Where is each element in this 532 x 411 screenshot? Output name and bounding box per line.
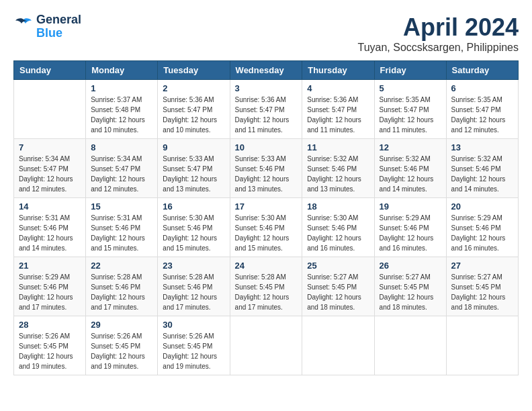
day-info: Sunrise: 5:36 AM Sunset: 5:47 PM Dayligh… <box>163 95 224 135</box>
day-info: Sunrise: 5:26 AM Sunset: 5:45 PM Dayligh… <box>19 331 81 371</box>
day-number: 13 <box>451 142 513 152</box>
calendar-cell: 8Sunrise: 5:34 AM Sunset: 5:47 PM Daylig… <box>86 139 158 198</box>
calendar-cell: 21Sunrise: 5:29 AM Sunset: 5:46 PM Dayli… <box>14 257 86 316</box>
day-info: Sunrise: 5:31 AM Sunset: 5:46 PM Dayligh… <box>91 213 152 253</box>
logo-line1: General <box>36 13 81 27</box>
calendar-week-row: 7Sunrise: 5:34 AM Sunset: 5:47 PM Daylig… <box>14 139 519 198</box>
day-number: 16 <box>163 201 224 212</box>
day-number: 3 <box>235 83 298 93</box>
day-info: Sunrise: 5:32 AM Sunset: 5:46 PM Dayligh… <box>307 154 369 194</box>
calendar-cell: 25Sunrise: 5:27 AM Sunset: 5:45 PM Dayli… <box>302 257 374 316</box>
weekday-header-cell: Saturday <box>446 61 518 80</box>
calendar-cell <box>14 80 86 139</box>
calendar-cell: 20Sunrise: 5:29 AM Sunset: 5:46 PM Dayli… <box>446 198 518 257</box>
calendar-cell: 6Sunrise: 5:35 AM Sunset: 5:47 PM Daylig… <box>446 80 518 139</box>
weekday-header-cell: Sunday <box>14 61 86 80</box>
calendar-cell: 4Sunrise: 5:36 AM Sunset: 5:47 PM Daylig… <box>302 80 374 139</box>
calendar-week-row: 1Sunrise: 5:37 AM Sunset: 5:48 PM Daylig… <box>14 80 519 139</box>
calendar-cell: 16Sunrise: 5:30 AM Sunset: 5:46 PM Dayli… <box>158 198 230 257</box>
day-number: 27 <box>451 261 513 271</box>
day-info: Sunrise: 5:35 AM Sunset: 5:47 PM Dayligh… <box>380 95 441 135</box>
title-section: April 2024 Tuyan, Soccsksargen, Philippi… <box>357 13 519 54</box>
calendar-week-row: 28Sunrise: 5:26 AM Sunset: 5:45 PM Dayli… <box>14 316 519 375</box>
day-number: 7 <box>19 142 81 152</box>
day-number: 24 <box>235 261 298 271</box>
calendar-cell <box>446 316 518 375</box>
day-info: Sunrise: 5:36 AM Sunset: 5:47 PM Dayligh… <box>307 95 369 135</box>
day-info: Sunrise: 5:26 AM Sunset: 5:45 PM Dayligh… <box>163 331 224 371</box>
day-number: 12 <box>380 142 441 152</box>
logo-line2: Blue <box>36 27 81 40</box>
calendar-cell: 18Sunrise: 5:30 AM Sunset: 5:46 PM Dayli… <box>302 198 374 257</box>
day-number: 18 <box>307 201 369 212</box>
weekday-header-cell: Thursday <box>302 61 374 80</box>
calendar-cell <box>230 316 302 375</box>
day-number: 29 <box>91 320 152 330</box>
day-info: Sunrise: 5:28 AM Sunset: 5:46 PM Dayligh… <box>91 272 152 312</box>
weekday-header-row: SundayMondayTuesdayWednesdayThursdayFrid… <box>14 61 519 80</box>
calendar-cell: 12Sunrise: 5:32 AM Sunset: 5:46 PM Dayli… <box>374 139 446 198</box>
logo: General Blue <box>13 13 81 40</box>
day-info: Sunrise: 5:32 AM Sunset: 5:46 PM Dayligh… <box>380 154 441 194</box>
header: General Blue April 2024 Tuyan, Soccsksar… <box>13 13 519 54</box>
day-info: Sunrise: 5:26 AM Sunset: 5:45 PM Dayligh… <box>91 331 152 371</box>
weekday-header-cell: Monday <box>86 61 158 80</box>
day-info: Sunrise: 5:28 AM Sunset: 5:45 PM Dayligh… <box>235 272 298 312</box>
day-number: 9 <box>163 142 224 152</box>
day-number: 20 <box>451 201 513 212</box>
day-info: Sunrise: 5:33 AM Sunset: 5:46 PM Dayligh… <box>235 154 298 194</box>
day-number: 23 <box>163 261 224 271</box>
calendar-cell: 27Sunrise: 5:27 AM Sunset: 5:45 PM Dayli… <box>446 257 518 316</box>
calendar-cell: 3Sunrise: 5:36 AM Sunset: 5:47 PM Daylig… <box>230 80 302 139</box>
day-info: Sunrise: 5:29 AM Sunset: 5:46 PM Dayligh… <box>19 272 81 312</box>
day-number: 10 <box>235 142 298 152</box>
day-number: 26 <box>380 261 441 271</box>
day-number: 14 <box>19 201 81 212</box>
month-title: April 2024 <box>357 13 519 42</box>
day-info: Sunrise: 5:30 AM Sunset: 5:46 PM Dayligh… <box>235 213 298 253</box>
day-number: 11 <box>307 142 369 152</box>
day-number: 19 <box>380 201 441 212</box>
day-number: 30 <box>163 320 224 330</box>
day-number: 17 <box>235 201 298 212</box>
day-number: 1 <box>91 83 152 93</box>
day-info: Sunrise: 5:34 AM Sunset: 5:47 PM Dayligh… <box>19 154 81 194</box>
day-info: Sunrise: 5:31 AM Sunset: 5:46 PM Dayligh… <box>19 213 81 253</box>
calendar-cell: 24Sunrise: 5:28 AM Sunset: 5:45 PM Dayli… <box>230 257 302 316</box>
day-info: Sunrise: 5:36 AM Sunset: 5:47 PM Dayligh… <box>235 95 298 135</box>
weekday-header-cell: Wednesday <box>230 61 302 80</box>
calendar-cell: 7Sunrise: 5:34 AM Sunset: 5:47 PM Daylig… <box>14 139 86 198</box>
weekday-header-cell: Tuesday <box>158 61 230 80</box>
day-info: Sunrise: 5:33 AM Sunset: 5:47 PM Dayligh… <box>163 154 224 194</box>
calendar-body: 1Sunrise: 5:37 AM Sunset: 5:48 PM Daylig… <box>14 80 519 375</box>
calendar-table: SundayMondayTuesdayWednesdayThursdayFrid… <box>13 60 519 375</box>
day-info: Sunrise: 5:34 AM Sunset: 5:47 PM Dayligh… <box>91 154 152 194</box>
calendar-cell: 14Sunrise: 5:31 AM Sunset: 5:46 PM Dayli… <box>14 198 86 257</box>
calendar-cell: 15Sunrise: 5:31 AM Sunset: 5:46 PM Dayli… <box>86 198 158 257</box>
calendar-week-row: 14Sunrise: 5:31 AM Sunset: 5:46 PM Dayli… <box>14 198 519 257</box>
calendar-cell: 26Sunrise: 5:27 AM Sunset: 5:45 PM Dayli… <box>374 257 446 316</box>
calendar-cell: 11Sunrise: 5:32 AM Sunset: 5:46 PM Dayli… <box>302 139 374 198</box>
day-info: Sunrise: 5:27 AM Sunset: 5:45 PM Dayligh… <box>451 272 513 312</box>
day-number: 8 <box>91 142 152 152</box>
calendar-cell: 2Sunrise: 5:36 AM Sunset: 5:47 PM Daylig… <box>158 80 230 139</box>
day-info: Sunrise: 5:30 AM Sunset: 5:46 PM Dayligh… <box>307 213 369 253</box>
calendar-cell <box>302 316 374 375</box>
day-info: Sunrise: 5:30 AM Sunset: 5:46 PM Dayligh… <box>163 213 224 253</box>
calendar-cell: 30Sunrise: 5:26 AM Sunset: 5:45 PM Dayli… <box>158 316 230 375</box>
day-info: Sunrise: 5:37 AM Sunset: 5:48 PM Dayligh… <box>91 95 152 135</box>
calendar-cell: 1Sunrise: 5:37 AM Sunset: 5:48 PM Daylig… <box>86 80 158 139</box>
location-title: Tuyan, Soccsksargen, Philippines <box>357 42 519 54</box>
day-info: Sunrise: 5:27 AM Sunset: 5:45 PM Dayligh… <box>307 272 369 312</box>
day-number: 21 <box>19 261 81 271</box>
calendar-cell: 13Sunrise: 5:32 AM Sunset: 5:46 PM Dayli… <box>446 139 518 198</box>
day-number: 2 <box>163 83 224 93</box>
calendar-cell: 23Sunrise: 5:28 AM Sunset: 5:46 PM Dayli… <box>158 257 230 316</box>
day-number: 25 <box>307 261 369 271</box>
calendar-cell: 29Sunrise: 5:26 AM Sunset: 5:45 PM Dayli… <box>86 316 158 375</box>
day-info: Sunrise: 5:29 AM Sunset: 5:46 PM Dayligh… <box>380 213 441 253</box>
calendar-cell: 22Sunrise: 5:28 AM Sunset: 5:46 PM Dayli… <box>86 257 158 316</box>
calendar-cell <box>374 316 446 375</box>
day-number: 4 <box>307 83 369 93</box>
day-info: Sunrise: 5:32 AM Sunset: 5:46 PM Dayligh… <box>451 154 513 194</box>
